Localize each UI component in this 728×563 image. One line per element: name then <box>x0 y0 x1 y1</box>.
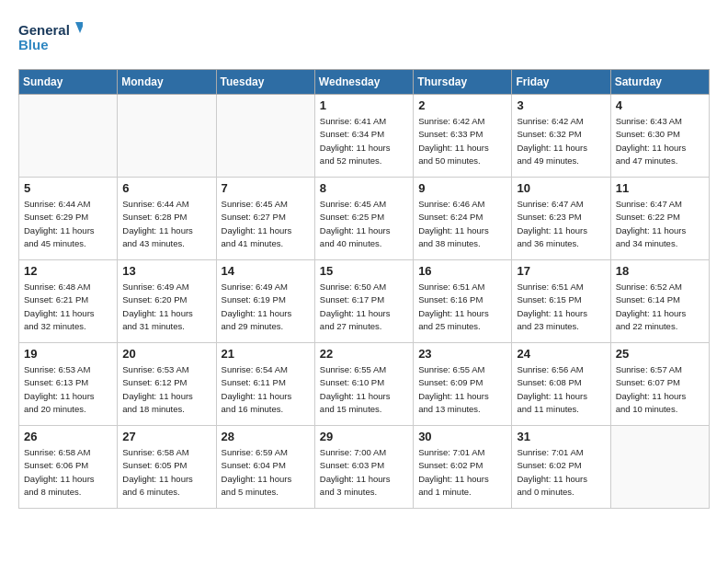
day-number: 16 <box>418 264 506 278</box>
day-info: Sunrise: 6:43 AM Sunset: 6:30 PM Dayligh… <box>616 115 704 167</box>
calendar-cell <box>610 426 709 509</box>
calendar-cell: 12Sunrise: 6:48 AM Sunset: 6:21 PM Dayli… <box>19 260 118 343</box>
day-info: Sunrise: 6:46 AM Sunset: 6:24 PM Dayligh… <box>418 198 506 250</box>
calendar-cell: 9Sunrise: 6:46 AM Sunset: 6:24 PM Daylig… <box>414 178 512 260</box>
day-number: 24 <box>517 347 605 361</box>
day-number: 21 <box>222 347 310 361</box>
weekday-header-cell: Tuesday <box>216 70 314 95</box>
day-info: Sunrise: 7:01 AM Sunset: 6:02 PM Dayligh… <box>517 446 605 499</box>
day-number: 9 <box>418 181 506 195</box>
day-info: Sunrise: 6:55 AM Sunset: 6:10 PM Dayligh… <box>320 363 408 416</box>
calendar-cell: 6Sunrise: 6:44 AM Sunset: 6:28 PM Daylig… <box>118 178 216 260</box>
day-info: Sunrise: 6:49 AM Sunset: 6:19 PM Dayligh… <box>222 281 310 333</box>
calendar-cell: 13Sunrise: 6:49 AM Sunset: 6:20 PM Dayli… <box>118 260 216 343</box>
day-info: Sunrise: 6:59 AM Sunset: 6:04 PM Dayligh… <box>222 446 310 499</box>
calendar-cell: 20Sunrise: 6:53 AM Sunset: 6:12 PM Dayli… <box>118 343 216 426</box>
day-number: 6 <box>122 181 210 195</box>
day-number: 27 <box>122 430 210 443</box>
logo: General Blue <box>18 18 83 60</box>
calendar-cell: 23Sunrise: 6:55 AM Sunset: 6:09 PM Dayli… <box>414 343 512 426</box>
day-number: 23 <box>418 347 506 361</box>
day-number: 1 <box>320 98 408 112</box>
calendar-cell: 14Sunrise: 6:49 AM Sunset: 6:19 PM Dayli… <box>216 260 314 343</box>
day-number: 17 <box>517 264 605 278</box>
calendar-cell: 29Sunrise: 7:00 AM Sunset: 6:03 PM Dayli… <box>314 426 413 509</box>
day-info: Sunrise: 6:41 AM Sunset: 6:34 PM Dayligh… <box>320 115 408 167</box>
day-number: 26 <box>24 430 112 443</box>
day-number: 19 <box>24 347 112 361</box>
calendar-cell: 19Sunrise: 6:53 AM Sunset: 6:13 PM Dayli… <box>19 343 118 426</box>
calendar-cell: 15Sunrise: 6:50 AM Sunset: 6:17 PM Dayli… <box>314 260 413 343</box>
calendar-cell: 26Sunrise: 6:58 AM Sunset: 6:06 PM Dayli… <box>19 426 118 509</box>
day-number: 29 <box>320 430 408 443</box>
day-number: 25 <box>616 347 704 361</box>
day-number: 31 <box>517 430 605 443</box>
day-info: Sunrise: 6:47 AM Sunset: 6:23 PM Dayligh… <box>517 198 605 250</box>
day-info: Sunrise: 6:42 AM Sunset: 6:32 PM Dayligh… <box>517 115 605 167</box>
day-number: 30 <box>418 430 506 443</box>
calendar-cell: 21Sunrise: 6:54 AM Sunset: 6:11 PM Dayli… <box>216 343 314 426</box>
day-info: Sunrise: 7:00 AM Sunset: 6:03 PM Dayligh… <box>320 446 408 499</box>
weekday-header-cell: Thursday <box>414 70 512 95</box>
day-info: Sunrise: 6:51 AM Sunset: 6:16 PM Dayligh… <box>418 281 506 333</box>
day-number: 20 <box>122 347 210 361</box>
day-number: 13 <box>122 264 210 278</box>
calendar-cell: 27Sunrise: 6:58 AM Sunset: 6:05 PM Dayli… <box>118 426 216 509</box>
calendar-cell: 1Sunrise: 6:41 AM Sunset: 6:34 PM Daylig… <box>314 95 413 178</box>
day-info: Sunrise: 6:48 AM Sunset: 6:21 PM Dayligh… <box>24 281 112 333</box>
day-info: Sunrise: 6:58 AM Sunset: 6:05 PM Dayligh… <box>122 446 210 499</box>
weekday-header-cell: Sunday <box>19 70 118 95</box>
day-info: Sunrise: 6:44 AM Sunset: 6:28 PM Dayligh… <box>122 198 210 250</box>
day-info: Sunrise: 6:55 AM Sunset: 6:09 PM Dayligh… <box>418 363 506 416</box>
calendar-week-row: 12Sunrise: 6:48 AM Sunset: 6:21 PM Dayli… <box>19 260 710 343</box>
calendar-cell: 5Sunrise: 6:44 AM Sunset: 6:29 PM Daylig… <box>19 178 118 260</box>
day-number: 7 <box>222 181 310 195</box>
day-info: Sunrise: 6:45 AM Sunset: 6:25 PM Dayligh… <box>320 198 408 250</box>
day-number: 8 <box>320 181 408 195</box>
calendar-cell: 25Sunrise: 6:57 AM Sunset: 6:07 PM Dayli… <box>610 343 709 426</box>
calendar-cell: 4Sunrise: 6:43 AM Sunset: 6:30 PM Daylig… <box>610 95 709 178</box>
calendar-week-row: 26Sunrise: 6:58 AM Sunset: 6:06 PM Dayli… <box>19 426 710 509</box>
calendar-cell <box>19 95 118 178</box>
day-info: Sunrise: 6:50 AM Sunset: 6:17 PM Dayligh… <box>320 281 408 333</box>
calendar-cell: 11Sunrise: 6:47 AM Sunset: 6:22 PM Dayli… <box>610 178 709 260</box>
weekday-header-cell: Friday <box>512 70 610 95</box>
calendar-week-row: 1Sunrise: 6:41 AM Sunset: 6:34 PM Daylig… <box>19 95 710 178</box>
calendar-cell <box>118 95 216 178</box>
calendar-week-row: 5Sunrise: 6:44 AM Sunset: 6:29 PM Daylig… <box>19 178 710 260</box>
day-number: 5 <box>24 181 112 195</box>
day-number: 2 <box>418 98 506 112</box>
svg-marker-2 <box>75 22 83 33</box>
day-info: Sunrise: 6:51 AM Sunset: 6:15 PM Dayligh… <box>517 281 605 333</box>
svg-text:Blue: Blue <box>18 37 49 52</box>
calendar-cell: 24Sunrise: 6:56 AM Sunset: 6:08 PM Dayli… <box>512 343 610 426</box>
day-number: 3 <box>517 98 605 112</box>
day-info: Sunrise: 6:45 AM Sunset: 6:27 PM Dayligh… <box>222 198 310 250</box>
calendar-week-row: 19Sunrise: 6:53 AM Sunset: 6:13 PM Dayli… <box>19 343 710 426</box>
calendar-cell: 10Sunrise: 6:47 AM Sunset: 6:23 PM Dayli… <box>512 178 610 260</box>
calendar-cell: 2Sunrise: 6:42 AM Sunset: 6:33 PM Daylig… <box>414 95 512 178</box>
day-info: Sunrise: 7:01 AM Sunset: 6:02 PM Dayligh… <box>418 446 506 499</box>
day-number: 11 <box>616 181 704 195</box>
day-number: 28 <box>222 430 310 443</box>
day-number: 18 <box>616 264 704 278</box>
calendar-cell: 17Sunrise: 6:51 AM Sunset: 6:15 PM Dayli… <box>512 260 610 343</box>
day-number: 12 <box>24 264 112 278</box>
weekday-header-cell: Wednesday <box>314 70 413 95</box>
day-number: 15 <box>320 264 408 278</box>
day-info: Sunrise: 6:58 AM Sunset: 6:06 PM Dayligh… <box>24 446 112 499</box>
day-info: Sunrise: 6:53 AM Sunset: 6:12 PM Dayligh… <box>122 363 210 416</box>
calendar-cell: 16Sunrise: 6:51 AM Sunset: 6:16 PM Dayli… <box>414 260 512 343</box>
day-info: Sunrise: 6:44 AM Sunset: 6:29 PM Dayligh… <box>24 198 112 250</box>
calendar-cell: 3Sunrise: 6:42 AM Sunset: 6:32 PM Daylig… <box>512 95 610 178</box>
calendar-cell: 7Sunrise: 6:45 AM Sunset: 6:27 PM Daylig… <box>216 178 314 260</box>
calendar-body: 1Sunrise: 6:41 AM Sunset: 6:34 PM Daylig… <box>19 95 710 509</box>
day-info: Sunrise: 6:52 AM Sunset: 6:14 PM Dayligh… <box>616 281 704 333</box>
calendar-cell: 31Sunrise: 7:01 AM Sunset: 6:02 PM Dayli… <box>512 426 610 509</box>
logo-svg: General Blue <box>18 18 83 60</box>
calendar-cell: 8Sunrise: 6:45 AM Sunset: 6:25 PM Daylig… <box>314 178 413 260</box>
day-number: 14 <box>222 264 310 278</box>
day-info: Sunrise: 6:47 AM Sunset: 6:22 PM Dayligh… <box>616 198 704 250</box>
weekday-header-cell: Saturday <box>610 70 709 95</box>
weekday-header-row: SundayMondayTuesdayWednesdayThursdayFrid… <box>19 70 710 95</box>
